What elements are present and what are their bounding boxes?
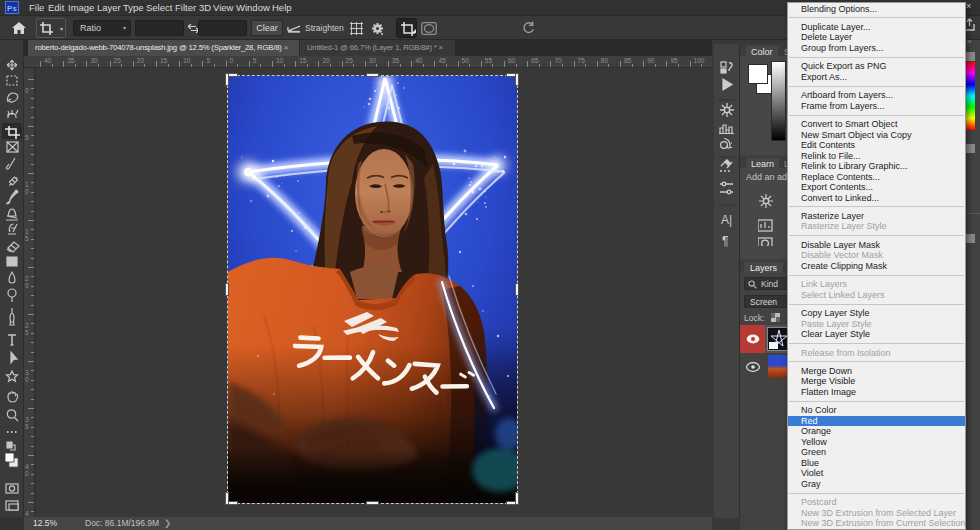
svg-text:¶: ¶	[722, 234, 728, 248]
svg-text:A|: A|	[721, 213, 732, 227]
